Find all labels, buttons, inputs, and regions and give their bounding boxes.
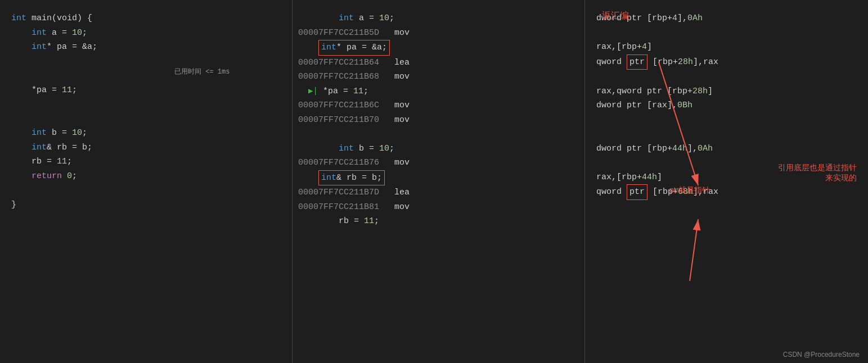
- semicolon4: ;: [67, 157, 72, 166]
- asm-addr-1b7d: 00007FF7CC211B7D lea: [298, 185, 579, 200]
- ptr-box-2: ptr: [627, 184, 647, 200]
- code-line-4: *pa = 11;: [11, 83, 286, 98]
- main-container: int main(void) { int a = 10; int* pa = &…: [0, 0, 868, 363]
- code-line-empty3: [11, 183, 286, 198]
- asm-empty-1: [298, 127, 579, 142]
- source-code-panel: int main(void) { int a = 10; int* pa = &…: [0, 0, 293, 363]
- operand-empty-2: [596, 70, 857, 84]
- code-line-10: return 0;: [11, 169, 286, 184]
- annotation-impl-text2: 来实现的: [825, 173, 857, 182]
- asm-addr-1b68: 00007FF7CC211B68 mov: [298, 70, 579, 84]
- code-line-8: int& rb = b;: [11, 140, 286, 155]
- annotation-ptr-text: ptr就是指针: [669, 185, 710, 194]
- addr-1b68: 00007FF7CC211B68: [298, 72, 379, 81]
- src-deref-pa: *pa = 11;: [323, 87, 368, 96]
- fanhuibian-label: 返汇编: [602, 10, 629, 22]
- src-int-b: int b = 10;: [339, 144, 394, 153]
- semicolon2: ;: [72, 85, 77, 95]
- asm-source-1: int a = 10;: [298, 11, 579, 26]
- var-pa: * pa = &a;: [47, 42, 97, 52]
- annotation-impl-line1: 引用底层也是通过指针: [778, 163, 857, 173]
- func-name: main(void) {: [32, 13, 92, 23]
- num-10: 10: [72, 28, 82, 38]
- operand-empty-1: [596, 26, 857, 40]
- asm-addr-1b70: 00007FF7CC211B70 mov: [298, 113, 579, 128]
- asm-addr-1b81: 00007FF7CC211B81 mov: [298, 200, 579, 215]
- svg-line-2: [690, 219, 698, 281]
- operand-7: dword ptr [rax],0Bh: [596, 98, 857, 113]
- code-line-9: rb = 11;: [11, 155, 286, 169]
- operand-3: rax,[rbp+4]: [596, 40, 857, 55]
- keyword-int-2: int: [32, 28, 47, 38]
- annotation-impl-text1: 引用底层也是通过指针: [778, 163, 857, 172]
- annotation-ptr-label: ptr就是指针: [669, 185, 710, 196]
- var-b: b =: [52, 128, 72, 138]
- semicolon3: ;: [82, 128, 87, 138]
- boxed-int-rb: int& rb = b;: [318, 170, 385, 186]
- num-10b: 10: [72, 128, 82, 138]
- num-11b: 11: [57, 157, 67, 166]
- num-0: 0: [67, 171, 72, 181]
- mnem-mov-5: mov: [394, 158, 410, 167]
- addr-1b6c: 00007FF7CC211B6C: [298, 101, 379, 110]
- operand-10: dword ptr [rbp+44h],0Ah: [596, 142, 857, 156]
- asm-addr-1b64: 00007FF7CC211B64 lea: [298, 56, 579, 70]
- var-a: a =: [52, 28, 72, 38]
- keyword-int: int: [11, 13, 26, 23]
- code-line-3: int* pa = &a; 已用时间 <= 1ms: [11, 40, 286, 83]
- semicolon5: ;: [72, 171, 77, 181]
- addr-1b81: 00007FF7CC211B81: [298, 202, 379, 212]
- operand-1: dword ptr [rbp+4],0Ah: [596, 11, 857, 26]
- src-int-a: int a = 10;: [339, 13, 394, 23]
- addr-1b7d: 00007FF7CC211B7D: [298, 188, 379, 197]
- mnem-mov-2: mov: [394, 72, 410, 81]
- asm-addr-1b6c: 00007FF7CC211B6C mov: [298, 98, 579, 113]
- mnem-mov-6: mov: [394, 202, 410, 212]
- keyword-return: return: [32, 171, 62, 181]
- keyword-int-3: int: [32, 42, 47, 52]
- operand-empty-3: [596, 113, 857, 128]
- keyword-int-4: int: [32, 128, 47, 138]
- operand-13: qword ptr [rbp+68h],rax: [596, 184, 857, 200]
- asm-source-5: int& rb = b;: [298, 170, 579, 186]
- keyword-int-5: int: [32, 143, 47, 152]
- deref-pa: *pa =: [32, 85, 62, 95]
- addr-1b76: 00007FF7CC211B76: [298, 158, 379, 167]
- operand-empty-4: [596, 127, 857, 142]
- mnem-mov-4: mov: [394, 115, 410, 125]
- code-line-7: int b = 10;: [11, 126, 286, 140]
- asm-source-4: int b = 10;: [298, 142, 579, 156]
- right-panel: 返汇编 dword ptr [rbp+4],0Ah rax,[rbp+4] qw…: [585, 0, 868, 363]
- operand-4: qword ptr [rbp+28h],rax: [596, 55, 857, 70]
- boxed-int-pa: int* pa = &a;: [318, 40, 390, 56]
- mnem-mov-3: mov: [394, 101, 410, 110]
- annotation-impl-block: 引用底层也是通过指针 来实现的: [778, 163, 857, 183]
- asm-source-2: int* pa = &a;: [298, 40, 579, 56]
- fanhuibian-text: 返汇编: [602, 11, 629, 20]
- rb-assign: rb =: [32, 157, 57, 166]
- csdn-watermark: CSDN @ProcedureStone: [783, 351, 860, 359]
- annotation-impl-line2: 来实现的: [778, 173, 857, 183]
- operand-6: rax,qword ptr [rbp+28h]: [596, 84, 857, 99]
- ptr-box-1: ptr: [627, 55, 647, 70]
- var-rb: & rb = b;: [47, 143, 92, 152]
- code-line-12: }: [11, 198, 286, 212]
- addr-1b64: 00007FF7CC211B64: [298, 58, 379, 67]
- addr-1b70: 00007FF7CC211B70: [298, 115, 379, 125]
- asm-source-3: ▶| *pa = 11;: [298, 84, 579, 99]
- asm-addr-1b76: 00007FF7CC211B76 mov: [298, 156, 579, 170]
- addr-1b5d: 00007FF7CC211B5D: [298, 28, 379, 38]
- mnem-lea-2: lea: [394, 188, 410, 197]
- semicolon: ;: [82, 28, 87, 38]
- mnem-mov-1: mov: [394, 28, 410, 38]
- num-11: 11: [62, 85, 72, 95]
- src-rb: rb = 11;: [339, 216, 379, 226]
- asm-source-6: rb = 11;: [298, 214, 579, 229]
- code-line-empty1: [11, 97, 286, 112]
- disasm-panel: int a = 10; 00007FF7CC211B5D mov int* pa…: [293, 0, 585, 363]
- code-line-1: int main(void) {: [11, 11, 286, 26]
- used-time-label: 已用时间 <= 1ms: [174, 66, 230, 78]
- asm-addr-1b5d: 00007FF7CC211B5D mov: [298, 26, 579, 40]
- code-line-2: int a = 10;: [11, 26, 286, 40]
- debug-arrow: ▶|: [308, 87, 318, 96]
